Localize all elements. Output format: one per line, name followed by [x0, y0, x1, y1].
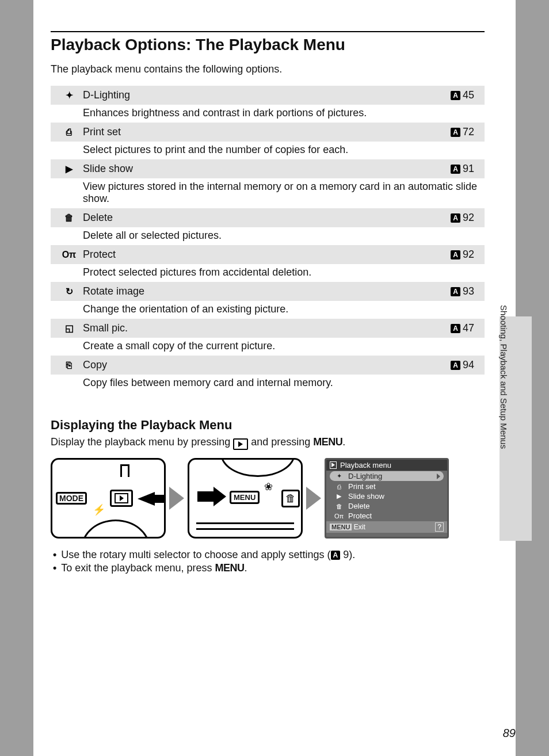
option-description: Copy files between memory card and inter…: [55, 377, 480, 389]
option-desc-row: Copy files between memory card and inter…: [51, 375, 485, 392]
step-arrow-icon: [306, 487, 321, 510]
intro-text: The playback menu contains the following…: [51, 63, 485, 75]
subtext-part-a: Display the playback menu by pressing: [51, 436, 233, 448]
options-table: ✦D-LightingA45Enhances brightness and co…: [51, 86, 485, 392]
xref-icon: A: [451, 165, 460, 174]
screen-title: Playback menu: [340, 461, 391, 469]
option-description: Delete all or selected pictures.: [55, 230, 480, 242]
option-icon: ↻: [55, 286, 83, 297]
press-arrow-icon: [138, 492, 155, 506]
xref-icon: A: [451, 250, 460, 259]
option-desc-row: Protect selected pictures from accidenta…: [51, 264, 485, 282]
screen-item-label: Slide show: [348, 492, 384, 501]
option-header-row: 🗑DeleteA92: [51, 208, 485, 227]
option-desc-row: Delete all or selected pictures.: [51, 227, 485, 245]
option-icon: ⎘: [55, 360, 83, 371]
option-description: Create a small copy of the current pictu…: [55, 340, 480, 352]
top-rule: [51, 31, 485, 32]
wheel-icon: [81, 520, 150, 539]
option-description: View pictures stored in the internal mem…: [55, 181, 480, 205]
option-page: 92: [463, 249, 480, 261]
option-desc-row: Change the orientation of an existing pi…: [51, 301, 485, 319]
list-item: To exit the playback menu, press MENU.: [53, 562, 485, 574]
note-a-page: 9: [343, 549, 349, 560]
subheading: Displaying the Playback Menu: [51, 418, 485, 433]
dial-icon: [220, 458, 295, 477]
screen-item-icon: ▶: [334, 492, 344, 500]
option-icon: ⎙: [55, 127, 83, 138]
option-icon: Oπ: [55, 250, 83, 260]
menu-label-inline: MENU: [313, 436, 342, 448]
option-description: Select pictures to print and the number …: [55, 144, 480, 156]
option-header-row: ◱Small pic.A47: [51, 319, 485, 338]
xref-icon: A: [451, 213, 460, 223]
option-icon: 🗑: [55, 213, 83, 223]
screen-item-icon: 🗑: [334, 503, 344, 510]
menu-label-inline: MENU: [215, 562, 244, 574]
trash-button-icon: 🗑: [281, 490, 300, 507]
diagram-camera-back-a: MODE ⚡: [51, 458, 166, 539]
playback-button-icon: [110, 490, 133, 507]
footer-exit: Exit: [354, 523, 365, 531]
option-header-row: ⎙Print setA72: [51, 123, 485, 142]
option-page: 45: [463, 89, 480, 101]
subheading-text: Display the playback menu by pressing an…: [51, 436, 485, 450]
option-header-row: ✦D-LightingA45: [51, 86, 485, 105]
page-title: Playback Options: The Playback Menu: [51, 36, 485, 54]
screen-menu-item: ✦D-Lighting: [330, 471, 444, 481]
option-page: 47: [463, 322, 480, 334]
option-name: Copy: [83, 359, 451, 371]
screen-menu-item: 🗑Delete: [326, 501, 447, 511]
option-icon: ◱: [55, 323, 83, 334]
subtext-part-c: .: [342, 436, 345, 448]
option-name: Small pic.: [83, 322, 451, 334]
screen-item-icon: ⎙: [334, 483, 344, 490]
note-b-pre: To exit the playback menu, press: [61, 562, 215, 574]
mode-button-icon: MODE: [56, 492, 87, 505]
side-section-label: Shooting, Playback and Setup Menus: [499, 305, 509, 449]
page-number: 89: [503, 727, 516, 740]
option-icon: ✦: [55, 90, 83, 101]
option-page: 94: [463, 359, 480, 371]
step-arrow-icon: [169, 487, 184, 510]
screen-item-label: Protect: [348, 511, 372, 520]
subtext-part-b: and pressing: [251, 436, 313, 448]
press-arrow-icon: [197, 491, 215, 502]
xref-icon: A: [451, 91, 460, 100]
diagram-camera-back-b: MENU ❀ 🗑: [188, 458, 303, 539]
option-header-row: OπProtectA92: [51, 245, 485, 264]
screen-footer: MENU Exit ?: [326, 521, 447, 533]
list-item: Use the rotary multi selector to choose …: [53, 549, 485, 561]
option-description: Protect selected pictures from accidenta…: [55, 266, 480, 278]
option-desc-row: Select pictures to print and the number …: [51, 142, 485, 159]
slot-icon: [120, 464, 129, 477]
footer-menu-tag: MENU: [330, 524, 352, 530]
diagram-screen: Playback menu ✦D-Lighting⎙Print set▶Slid…: [325, 458, 449, 539]
option-page: 72: [463, 126, 480, 138]
screen-item-icon: Oπ: [334, 513, 344, 520]
screen-item-label: D-Lighting: [348, 472, 382, 480]
macro-icon: ❀: [264, 480, 273, 493]
screen-titlebar: Playback menu: [326, 460, 447, 471]
playback-icon: [330, 461, 337, 469]
option-desc-row: View pictures stored in the internal mem…: [51, 178, 485, 208]
option-header-row: ▶Slide showA91: [51, 159, 485, 178]
option-description: Enhances brightness and contrast in dark…: [55, 107, 480, 119]
diagram-row: MODE ⚡ MENU ❀ 🗑 Playback menu ✦D-Lightin…: [51, 458, 485, 539]
notes-list: Use the rotary multi selector to choose …: [51, 549, 485, 574]
line-icon: [196, 528, 294, 530]
note-a-post: ).: [349, 549, 355, 560]
option-icon: ▶: [55, 163, 83, 174]
xref-icon: A: [451, 287, 460, 296]
option-name: Protect: [83, 249, 451, 261]
screen-item-icon: ✦: [334, 472, 344, 480]
note-b-post: .: [244, 562, 247, 574]
help-icon: ?: [435, 522, 444, 532]
option-name: Print set: [83, 126, 451, 138]
option-page: 92: [463, 212, 480, 224]
manual-page: Playback Options: The Playback Menu The …: [33, 0, 516, 756]
playback-icon: [233, 438, 248, 450]
option-page: 93: [463, 285, 480, 297]
xref-icon: A: [451, 361, 460, 370]
flash-icon: ⚡: [93, 503, 105, 516]
